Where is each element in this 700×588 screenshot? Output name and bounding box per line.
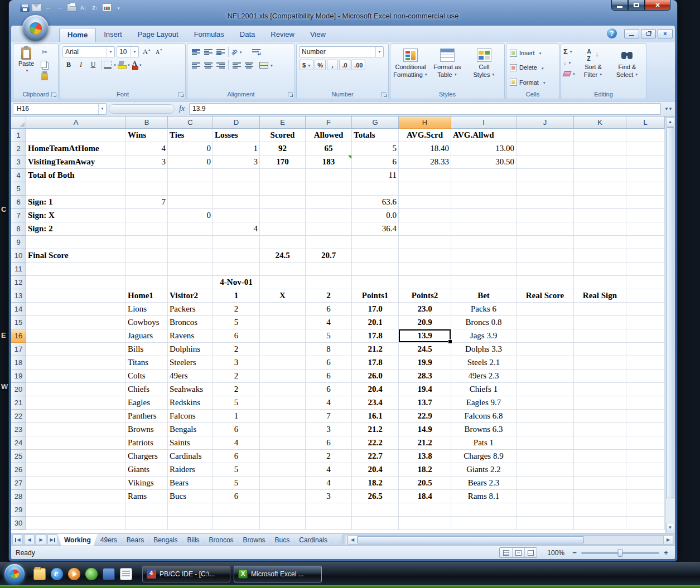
zoom-slider-knob[interactable]: [618, 549, 623, 557]
fill-button[interactable]: ↓: [563, 58, 576, 67]
office-button[interactable]: [22, 15, 49, 41]
cell-J29[interactable]: [516, 503, 574, 517]
cell-C17[interactable]: Dolphins: [168, 343, 213, 356]
cell-K9[interactable]: [574, 236, 626, 249]
cell-D25[interactable]: 6: [213, 450, 260, 463]
row-header-20[interactable]: 20: [11, 383, 26, 396]
select-all-button[interactable]: [11, 116, 26, 129]
cell-F14[interactable]: 6: [306, 303, 352, 316]
cell-F23[interactable]: 3: [306, 423, 352, 436]
cell-L12[interactable]: [626, 276, 665, 289]
cell-B26[interactable]: Giants: [126, 463, 168, 477]
cell-L26[interactable]: [626, 463, 665, 477]
row-header-19[interactable]: 19: [11, 370, 26, 383]
cell-K16[interactable]: [574, 329, 626, 343]
cell-E24[interactable]: [260, 436, 306, 450]
cell-A20[interactable]: [26, 383, 126, 396]
cell-I21[interactable]: Eagles 9.7: [451, 396, 516, 410]
cell-G27[interactable]: 18.2: [352, 477, 399, 490]
next-sheet-button[interactable]: ▶: [36, 534, 46, 545]
cell-G5[interactable]: [352, 182, 399, 196]
cell-I28[interactable]: Rams 8.1: [451, 490, 516, 503]
cell-H5[interactable]: [399, 182, 451, 196]
scroll-left-icon[interactable]: ◀: [348, 536, 358, 544]
cell-I14[interactable]: Packs 6: [451, 303, 516, 316]
number-button-[interactable]: %: [315, 60, 326, 70]
row-header-1[interactable]: 1: [11, 129, 26, 142]
cell-J30[interactable]: [516, 517, 574, 530]
cell-F17[interactable]: 8: [306, 343, 352, 356]
column-header-B[interactable]: B: [126, 116, 168, 129]
font-name-combo[interactable]: Arial: [62, 46, 115, 57]
cell-K28[interactable]: [574, 490, 626, 503]
cell-E27[interactable]: [260, 477, 306, 490]
cell-A1[interactable]: [26, 129, 126, 142]
cell-C16[interactable]: Ravens: [168, 329, 213, 343]
cell-D7[interactable]: [213, 209, 260, 222]
cell-E10[interactable]: 24.5: [260, 249, 306, 263]
sheet-tab-cardinals[interactable]: Cardinals: [292, 534, 334, 546]
sheet-tab-working[interactable]: Working: [57, 534, 98, 546]
cell-B10[interactable]: [126, 249, 168, 263]
cell-E25[interactable]: [260, 450, 306, 463]
cell-J21[interactable]: [516, 396, 574, 410]
cell-F6[interactable]: [306, 196, 352, 209]
shrink-font-button[interactable]: A: [153, 46, 165, 57]
cell-L17[interactable]: [626, 343, 665, 356]
cell-L3[interactable]: [626, 155, 665, 169]
bold-button[interactable]: B: [63, 59, 74, 70]
cell-E18[interactable]: [260, 356, 306, 370]
cell-A27[interactable]: [26, 477, 126, 490]
cell-F10[interactable]: 20.7: [306, 249, 352, 263]
cell-D27[interactable]: 5: [213, 477, 260, 490]
cell-K1[interactable]: [574, 129, 626, 142]
cell-I8[interactable]: [451, 222, 516, 236]
cell-C25[interactable]: Cardinals: [168, 450, 213, 463]
cell-G10[interactable]: [352, 249, 399, 263]
row-header-12[interactable]: 12: [11, 276, 26, 289]
cell-H20[interactable]: 19.4: [399, 383, 451, 396]
ribbon-tab-view[interactable]: View: [302, 28, 334, 42]
row-header-11[interactable]: 11: [11, 263, 26, 276]
cell-I30[interactable]: [451, 517, 516, 530]
borders-button[interactable]: [104, 59, 117, 70]
cell-E26[interactable]: [260, 463, 306, 477]
cell-L14[interactable]: [626, 303, 665, 316]
cell-D1[interactable]: Losses: [213, 129, 260, 142]
cell-A22[interactable]: [26, 410, 126, 423]
cell-J11[interactable]: [516, 263, 574, 276]
insert-function-button[interactable]: fx: [177, 104, 187, 113]
cell-H7[interactable]: [399, 209, 451, 222]
cell-B5[interactable]: [126, 182, 168, 196]
cell-L21[interactable]: [626, 396, 665, 410]
cell-J3[interactable]: [516, 155, 574, 169]
workbook-minimize-button[interactable]: [624, 29, 639, 38]
row-header-4[interactable]: 4: [11, 169, 26, 182]
align-center-button[interactable]: [202, 60, 214, 71]
row-header-5[interactable]: 5: [11, 182, 26, 196]
cell-E11[interactable]: [260, 263, 306, 276]
cell-I7[interactable]: [451, 209, 516, 222]
cell-D11[interactable]: [213, 263, 260, 276]
normal-view-button[interactable]: [500, 548, 512, 557]
cell-K6[interactable]: [574, 196, 626, 209]
cell-A24[interactable]: [26, 436, 126, 450]
cell-J18[interactable]: [516, 356, 574, 370]
cell-L11[interactable]: [626, 263, 665, 276]
cell-A2[interactable]: HomeTeamAtHome: [26, 142, 126, 155]
cell-E3[interactable]: 170: [260, 155, 306, 169]
cell-L28[interactable]: [626, 490, 665, 503]
wrap-text-button[interactable]: [251, 46, 262, 57]
format-as-table-button[interactable]: Format asTable: [429, 46, 465, 90]
cell-C3[interactable]: 0: [168, 155, 213, 169]
cell-C19[interactable]: 49ers: [168, 370, 213, 383]
cell-I5[interactable]: [451, 182, 516, 196]
number-button-00[interactable]: .00: [351, 60, 365, 70]
cell-H10[interactable]: [399, 249, 451, 263]
cell-K13[interactable]: Real Sign: [574, 289, 626, 303]
cell-C4[interactable]: [168, 169, 213, 182]
find-select-button[interactable]: Find &Select: [611, 46, 644, 90]
cell-A7[interactable]: Sign: X: [26, 209, 126, 222]
mail-icon[interactable]: [32, 3, 41, 12]
start-button[interactable]: [4, 564, 25, 584]
